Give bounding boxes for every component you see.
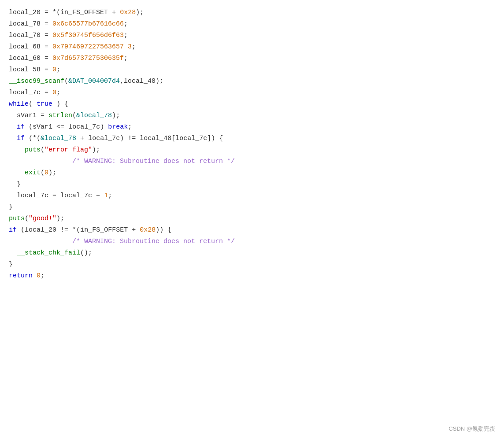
watermark: CSDN @氪勋完蛋 [448,424,495,434]
line-3-text: local_70 = 0x5f30745f656d6f63; [9,30,128,41]
line-9-text: while( true ) { [9,99,68,110]
code-line-19: puts("good!"); [9,213,495,225]
code-line-6: local_58 = 0; [9,64,495,76]
line-11-text: if (sVar1 <= local_7c) break; [9,122,132,133]
code-line-24: return 0; [9,270,495,282]
line-12-text: if (*(&local_78 + local_7c) != local_48[… [9,133,223,144]
code-line-11: if (sVar1 <= local_7c) break; [9,122,495,133]
line-4-text: local_68 = 0x7974697227563657 3; [9,42,136,52]
code-container: local_20 = *(in_FS_OFFSET + 0x28); local… [0,0,504,439]
code-line-13: puts("error flag"); [9,144,495,156]
code-line-10: sVar1 = strlen(&local_78); [9,110,495,122]
line-6-text: local_58 = 0; [9,65,60,75]
line-2-text: local_78 = 0x6c65577b67616c66; [9,19,128,30]
code-line-22: __stack_chk_fail(); [9,247,495,259]
code-line-4: local_68 = 0x7974697227563657 3; [9,41,495,53]
code-line-5: local_60 = 0x7d6573727530635f; [9,53,495,64]
code-line-20: if (local_20 != *(in_FS_OFFSET + 0x28)) … [9,225,495,236]
code-block: local_20 = *(in_FS_OFFSET + 0x28); local… [0,7,504,282]
code-line-9: while( true ) { [9,99,495,110]
code-line-21: /* WARNING: Subroutine does not return *… [9,236,495,247]
line-19-text: puts("good!"); [9,214,64,224]
line-22-text: __stack_chk_fail(); [9,248,92,258]
line-1-text: local_20 = *(in_FS_OFFSET + 0x28); [9,7,144,18]
line-7-text: __isoc99_scanf(&DAT_004007d4,local_48); [9,76,163,87]
code-line-14: /* WARNING: Subroutine does not return *… [9,156,495,167]
line-10-text: sVar1 = strlen(&local_78); [9,111,120,121]
code-line-7: __isoc99_scanf(&DAT_004007d4,local_48); [9,76,495,87]
line-20-text: if (local_20 != *(in_FS_OFFSET + 0x28)) … [9,225,171,236]
line-15-text: exit(0); [9,168,56,178]
line-8-text: local_7c = 0; [9,88,60,98]
code-line-17: local_7c = local_7c + 1; [9,190,495,202]
line-13-text: puts("error flag"); [9,145,100,155]
code-line-1: local_20 = *(in_FS_OFFSET + 0x28); [9,7,495,18]
code-line-16: } [9,179,495,190]
code-line-15: exit(0); [9,167,495,179]
line-17-text: local_7c = local_7c + 1; [9,191,112,201]
line-23-text: } [9,259,13,270]
line-24-text: return 0; [9,271,44,281]
code-line-23: } [9,259,495,270]
line-16-text: } [9,179,21,190]
code-line-2: local_78 = 0x6c65577b67616c66; [9,18,495,30]
code-line-8: local_7c = 0; [9,87,495,99]
code-line-3: local_70 = 0x5f30745f656d6f63; [9,30,495,41]
line-5-text: local_60 = 0x7d6573727530635f; [9,53,128,64]
line-14-text: /* WARNING: Subroutine does not return *… [9,156,235,167]
code-line-12: if (*(&local_78 + local_7c) != local_48[… [9,133,495,144]
line-18-text: } [9,202,13,213]
code-line-18: } [9,202,495,213]
line-21-text: /* WARNING: Subroutine does not return *… [9,236,235,247]
